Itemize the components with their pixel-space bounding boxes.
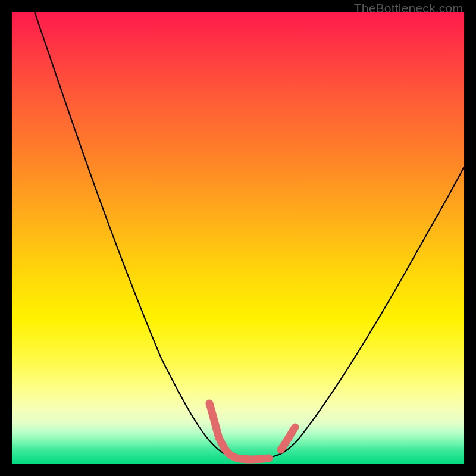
chart-svg [12,12,464,464]
sweet-spot-highlight [209,403,295,459]
bottleneck-curve [35,12,464,459]
